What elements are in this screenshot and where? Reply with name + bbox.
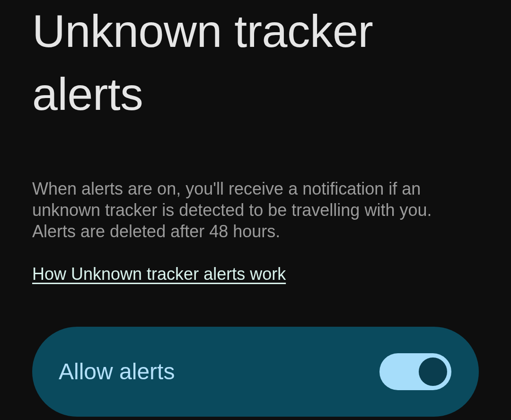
toggle-label: Allow alerts: [59, 358, 175, 384]
settings-page: Unknown tracker alerts When alerts are o…: [0, 0, 511, 417]
allow-alerts-toggle-row[interactable]: Allow alerts: [32, 327, 479, 417]
toggle-thumb: [419, 357, 447, 386]
page-title: Unknown tracker alerts: [32, 0, 479, 126]
how-it-works-link[interactable]: How Unknown tracker alerts work: [32, 264, 286, 284]
page-description: When alerts are on, you'll receive a not…: [32, 178, 479, 242]
toggle-switch[interactable]: [379, 353, 451, 390]
